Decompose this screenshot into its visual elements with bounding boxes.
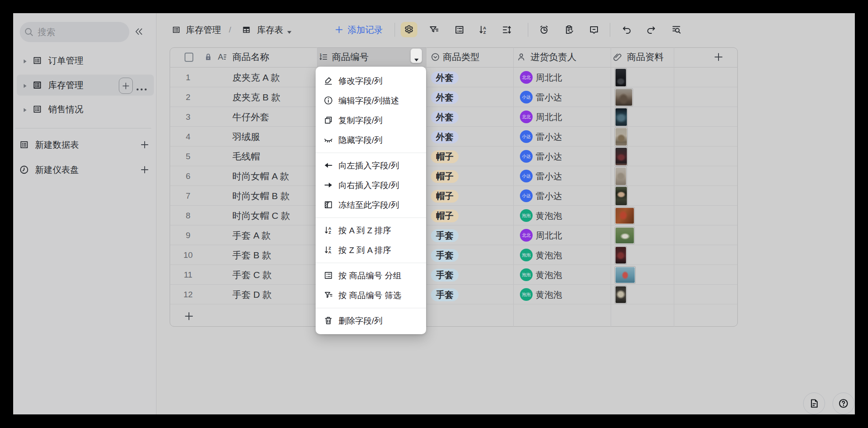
svg-text:Z: Z — [328, 230, 331, 235]
svg-text:Z: Z — [484, 30, 486, 35]
svg-text:A: A — [218, 53, 224, 61]
svg-text:A: A — [328, 250, 331, 254]
svg-text:1: 1 — [320, 53, 322, 57]
